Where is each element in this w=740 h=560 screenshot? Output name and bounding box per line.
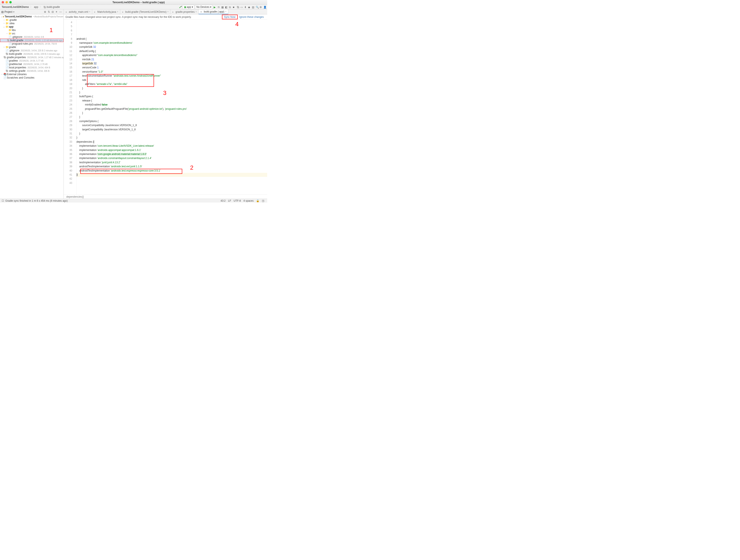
- tree-item--idea[interactable]: ›📁.idea: [0, 22, 64, 25]
- close-tab-icon[interactable]: ×: [225, 10, 226, 13]
- title-bar: TencentLiveSDKDemo – build.gradle (:app): [0, 0, 267, 5]
- layout-icon[interactable]: ▤: [252, 5, 255, 9]
- tree-item-build-gradle[interactable]: 🐘build.gradle2023/6/20, 15:03, 1.22 kB M…: [0, 39, 64, 42]
- code-content[interactable]: android { namespace 'com.example.tencent…: [77, 19, 267, 195]
- tree-external-libraries[interactable]: ›📚 External Libraries: [0, 73, 64, 76]
- tab-build-gradle--tencentlivesdkdemo-[interactable]: ∘build.gradle (TencentLiveSDKDemo)×: [120, 9, 171, 14]
- tab-gradle-properties[interactable]: ∘gradle.properties×: [170, 9, 199, 14]
- annotation-label-1: 1: [50, 27, 53, 33]
- annotation-label-4: 4: [235, 21, 239, 28]
- sync-now-link[interactable]: Sync Now: [222, 15, 238, 19]
- file-icon: ∘: [200, 10, 203, 13]
- avd-icon[interactable]: ▭: [240, 5, 244, 9]
- file-icon: ∘: [122, 11, 124, 13]
- profile-icon[interactable]: ▦: [221, 5, 224, 9]
- coverage-icon[interactable]: ◧: [225, 5, 228, 9]
- project-panel-header: ▤ Project ▾ ⊕ ⇅ ⊟ ✴ —: [0, 9, 64, 14]
- editor-area: ∘activity_main.xml×∘MainActivity.java×∘b…: [64, 9, 267, 199]
- tree-item-settings-gradle[interactable]: 🐘settings.gradle2023/6/20, 14:54, 335 B: [0, 69, 64, 73]
- file-encoding[interactable]: UTF-8: [234, 199, 241, 202]
- tree-item--gitignore[interactable]: 📄.gitignore2023/6/20, 14:54, 225 B 2 min…: [0, 49, 64, 52]
- settings-icon[interactable]: ⚙: [259, 5, 263, 9]
- tab-build-gradle---app-[interactable]: ∘build.gradle (:app)×: [199, 9, 228, 14]
- gear-icon[interactable]: ✴: [56, 10, 59, 13]
- sdk-icon[interactable]: ⬇: [244, 5, 247, 9]
- indent-setting[interactable]: 4 spaces: [244, 199, 254, 202]
- main-toolbar: ▣app▾ No Devices▾ ▶ ⟲ ▦ ◧ ⧉ ■ 🐘 ▭ ⬇ ◆ ▤ …: [178, 5, 267, 9]
- stop-icon[interactable]: ■: [233, 5, 236, 9]
- sync-icon[interactable]: 🐘: [236, 5, 240, 9]
- breadcrumb-module[interactable]: app: [34, 6, 38, 8]
- close-tab-icon[interactable]: ×: [196, 11, 197, 13]
- run-config-selector[interactable]: ▣app▾: [182, 5, 195, 9]
- search-icon[interactable]: 🔍: [255, 5, 259, 9]
- ignore-changes-link[interactable]: Ignore these changes: [238, 15, 266, 19]
- annotation-label-2: 2: [190, 164, 193, 171]
- filter-icon[interactable]: ⊟: [52, 10, 55, 13]
- tree-item--gitignore[interactable]: 📄.gitignore2023/6/20, 14:54, 6 B: [0, 35, 64, 39]
- project-sidebar: ▤ Project ▾ ⊕ ⇅ ⊟ ✴ — ⌄▸ TencentLiveSDKD…: [0, 9, 64, 199]
- gradle-sync-bar: Gradle files have changed since last pro…: [64, 14, 267, 19]
- tab-mainactivity-java[interactable]: ∘MainActivity.java×: [92, 9, 120, 14]
- tree-item-gradle-properties[interactable]: 🐘gradle.properties2023/6/20, 14:54, 1.27…: [0, 55, 64, 59]
- line-ending[interactable]: LF: [228, 199, 231, 202]
- project-view-icon: ▤: [1, 10, 4, 13]
- annotation-label-3: 3: [163, 90, 167, 96]
- file-icon: ∘: [66, 11, 68, 13]
- readonly-icon[interactable]: 🔓: [256, 199, 259, 202]
- cursor-position[interactable]: 43:2: [221, 199, 225, 202]
- tree-item-src[interactable]: ›📁src: [0, 32, 64, 35]
- collapse-icon[interactable]: —: [59, 10, 62, 13]
- tree-item-app[interactable]: ⌄📁app: [0, 25, 64, 28]
- code-editor[interactable]: 4567891011121314151617181920212223242526…: [64, 19, 267, 195]
- editor-tabs: ∘activity_main.xml×∘MainActivity.java×∘b…: [64, 9, 267, 14]
- close-tab-icon[interactable]: ×: [89, 11, 90, 13]
- run-icon[interactable]: ▶: [213, 5, 217, 9]
- device-selector[interactable]: No Devices▾: [195, 5, 213, 9]
- notification-icon[interactable]: ◳: [262, 199, 264, 202]
- tree-item-libs[interactable]: 📁libs: [0, 28, 64, 32]
- status-bar: ☐ Gradle sync finished in 1 m 6 s 454 ms…: [0, 199, 267, 203]
- assistant-icon[interactable]: ◆: [248, 5, 251, 9]
- file-icon: ∘: [94, 11, 96, 13]
- breadcrumb-project[interactable]: TencentLiveSDKDemo: [2, 6, 29, 8]
- minimize-window-icon[interactable]: [6, 1, 8, 3]
- fold-column[interactable]: [74, 19, 77, 195]
- close-tab-icon[interactable]: ×: [167, 11, 169, 13]
- tree-root[interactable]: ⌄▸ TencentLiveSDKDemo ~/AndroidStudioPro…: [0, 15, 64, 18]
- tree-item-gradlew-bat[interactable]: 📄gradlew.bat2023/6/20, 14:54, 2.76 kB: [0, 63, 64, 66]
- sync-message: Gradle files have changed since last pro…: [66, 15, 222, 18]
- tree-item-local-properties[interactable]: 📄local.properties2023/6/20, 14:54, 434 B: [0, 66, 64, 69]
- tree-item-build-gradle[interactable]: 🐘build.gradle2023/6/20, 14:54, 229 B 2 m…: [0, 52, 64, 55]
- tree-item-gradle[interactable]: ›📁gradle: [0, 45, 64, 49]
- file-icon: ∘: [172, 11, 175, 13]
- attach-icon[interactable]: ⧉: [228, 5, 232, 9]
- code-breadcrumb[interactable]: dependencies{}: [64, 195, 267, 199]
- tree-scratches[interactable]: 📄 Scratches and Consoles: [0, 76, 64, 79]
- window-title: TencentLiveSDKDemo – build.gradle (:app): [12, 1, 266, 4]
- tab-activity-main-xml[interactable]: ∘activity_main.xml×: [64, 9, 92, 14]
- target-icon[interactable]: ⊕: [44, 10, 47, 13]
- gradle-file-icon: 🐘: [43, 6, 46, 8]
- tree-item-gradlew[interactable]: 📄gradlew2023/6/20, 14:54, 5.77 kB: [0, 59, 64, 63]
- project-panel-title[interactable]: Project: [4, 10, 12, 13]
- breadcrumb-file[interactable]: build.gradle: [47, 6, 60, 8]
- close-tab-icon[interactable]: ×: [117, 11, 118, 13]
- project-dropdown-icon[interactable]: ▾: [13, 10, 14, 13]
- tree-item-proguard-rules-pro[interactable]: 📄proguard-rules.pro2023/6/20, 14:54, 750…: [0, 42, 64, 45]
- hammer-build-icon[interactable]: [179, 5, 182, 9]
- close-window-icon[interactable]: [2, 1, 4, 3]
- debug-icon[interactable]: ⟲: [217, 5, 220, 9]
- status-checkbox[interactable]: ☐: [2, 199, 4, 202]
- account-icon[interactable]: 👤: [263, 5, 266, 9]
- gutter[interactable]: 4567891011121314151617181920212223242526…: [64, 19, 74, 195]
- traffic-lights: [2, 1, 12, 3]
- tree-item--gradle[interactable]: ›📁.gradle: [0, 18, 64, 22]
- sort-icon[interactable]: ⇅: [48, 10, 51, 13]
- maximize-window-icon[interactable]: [9, 1, 12, 3]
- status-message: Gradle sync finished in 1 m 6 s 454 ms (…: [5, 199, 68, 202]
- project-tree[interactable]: ⌄▸ TencentLiveSDKDemo ~/AndroidStudioPro…: [0, 14, 64, 199]
